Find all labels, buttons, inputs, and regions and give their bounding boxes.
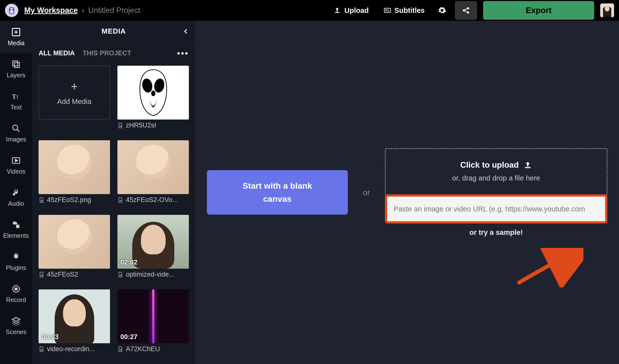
- tab-this-project[interactable]: THIS PROJECT: [83, 49, 132, 57]
- media-grid[interactable]: + Add Media zHR5U2sI 45zFEoS2.pn: [32, 64, 195, 364]
- rail-item-images[interactable]: Images: [0, 117, 32, 149]
- media-label: 45zFEoS2-OVo...: [117, 196, 189, 204]
- share-icon: [462, 6, 470, 15]
- subtitles-label: Subtitles: [395, 6, 425, 15]
- rail-item-scenes[interactable]: Scenes: [0, 310, 32, 342]
- panel-title: MEDIA: [102, 27, 126, 35]
- start-blank-canvas-button[interactable]: Start with a blank canvas: [207, 170, 348, 215]
- rail-label: Record: [6, 296, 26, 303]
- svg-rect-20: [16, 225, 19, 228]
- svg-rect-4: [388, 11, 390, 11]
- media-thumbnail[interactable]: [39, 215, 110, 269]
- stack-icon: [11, 316, 21, 326]
- rail-item-elements[interactable]: Elements: [0, 213, 32, 245]
- file-icon: [39, 346, 44, 352]
- layers-icon: [11, 59, 21, 69]
- rail-item-record[interactable]: Record: [0, 278, 32, 310]
- subtitles-button[interactable]: Subtitles: [379, 4, 429, 17]
- media-label: zHR5U2sI: [117, 121, 189, 129]
- project-name[interactable]: Untitled Project: [88, 6, 140, 15]
- add-box-icon: [11, 27, 21, 37]
- plus-icon: +: [71, 80, 78, 93]
- media-thumbnail[interactable]: [117, 66, 189, 120]
- file-icon: [117, 346, 123, 352]
- text-icon: TT: [11, 91, 21, 101]
- rail-label: Elements: [3, 232, 29, 239]
- upload-icon: [333, 7, 341, 14]
- try-sample-link[interactable]: or try a sample!: [385, 228, 607, 237]
- svg-rect-5: [385, 9, 388, 10]
- media-panel: MEDIA ALL MEDIA THIS PROJECT ••• + Add M…: [32, 21, 195, 364]
- url-input[interactable]: [387, 197, 605, 221]
- share-button[interactable]: [455, 1, 477, 20]
- rail-label: Audio: [8, 200, 24, 207]
- media-duration: 02:02: [120, 259, 137, 266]
- plug-icon: [11, 252, 21, 262]
- chevron-left-icon: [182, 28, 189, 35]
- drop-area[interactable]: Click to upload or, drag and drop a file…: [385, 148, 607, 195]
- rail-item-plugins[interactable]: Plugins: [0, 245, 32, 278]
- svg-point-8: [467, 11, 469, 14]
- gear-icon: [438, 6, 446, 15]
- play-box-icon: [11, 156, 21, 165]
- user-avatar[interactable]: [600, 3, 614, 17]
- media-item: 45zFEoS2-OVo...: [117, 140, 189, 210]
- rail-item-media[interactable]: Media: [0, 21, 32, 53]
- svg-point-17: [13, 125, 18, 130]
- rail-item-layers[interactable]: Layers: [0, 53, 32, 85]
- svg-point-11: [605, 6, 610, 11]
- top-bar: My Workspace › Untitled Project Upload S…: [0, 0, 619, 21]
- media-item: 00:03 video-recordin...: [39, 289, 110, 359]
- file-icon: [117, 122, 123, 128]
- workspace-link[interactable]: My Workspace: [24, 6, 78, 15]
- media-thumbnail[interactable]: 02:02: [117, 215, 189, 269]
- rail-item-audio[interactable]: Audio: [0, 181, 32, 213]
- upload-icon: [524, 161, 532, 169]
- rail-label: Scenes: [6, 328, 26, 336]
- media-thumbnail[interactable]: [39, 140, 110, 194]
- breadcrumb: My Workspace › Untitled Project: [24, 6, 140, 15]
- rail-item-videos[interactable]: Videos: [0, 149, 32, 181]
- rail-label: Images: [6, 136, 26, 143]
- annotation-arrow: [514, 248, 583, 287]
- export-button[interactable]: Export: [483, 1, 594, 20]
- media-thumbnail[interactable]: 00:03: [39, 289, 110, 343]
- url-input-highlight: [385, 194, 607, 223]
- panel-tabs: ALL MEDIA THIS PROJECT •••: [32, 42, 195, 64]
- or-divider: or: [363, 188, 370, 197]
- subtitles-icon: [384, 7, 391, 14]
- rail-item-text[interactable]: TT Text: [0, 85, 32, 117]
- collapse-panel-button[interactable]: [182, 28, 189, 35]
- rail-label: Videos: [7, 168, 25, 175]
- upload-label: Upload: [344, 6, 369, 15]
- media-item: 45zFEoS2.png: [39, 140, 110, 210]
- rail-label: Text: [10, 104, 22, 111]
- record-icon: [11, 284, 21, 294]
- shapes-icon: [11, 220, 21, 230]
- blank-canvas-label: Start with a blank canvas: [243, 179, 312, 205]
- svg-point-22: [15, 288, 17, 290]
- export-label: Export: [526, 6, 552, 15]
- svg-point-25: [151, 90, 155, 96]
- panel-more-button[interactable]: •••: [177, 48, 189, 58]
- svg-text:T: T: [16, 95, 19, 100]
- svg-point-6: [463, 9, 465, 12]
- file-icon: [39, 197, 44, 203]
- breadcrumb-separator: ›: [82, 6, 84, 15]
- media-label: optimized-vide...: [117, 271, 189, 278]
- upload-headline: Click to upload: [460, 160, 532, 170]
- media-duration: 00:03: [42, 333, 59, 341]
- svg-rect-14: [14, 62, 19, 67]
- svg-point-7: [467, 7, 469, 9]
- media-label: A72KChEU: [117, 345, 189, 353]
- settings-button[interactable]: [435, 3, 449, 17]
- rail-label: Layers: [7, 72, 25, 79]
- add-media-button[interactable]: + Add Media: [39, 66, 110, 120]
- upload-button[interactable]: Upload: [329, 4, 373, 17]
- media-thumbnail[interactable]: 00:27: [117, 289, 189, 343]
- tab-all-media[interactable]: ALL MEDIA: [39, 49, 75, 57]
- media-thumbnail[interactable]: [117, 140, 189, 194]
- media-label: 45zFEoS2: [39, 271, 110, 278]
- tool-rail: Media Layers TT Text Images Videos Audio…: [0, 21, 32, 364]
- app-logo[interactable]: [5, 4, 18, 17]
